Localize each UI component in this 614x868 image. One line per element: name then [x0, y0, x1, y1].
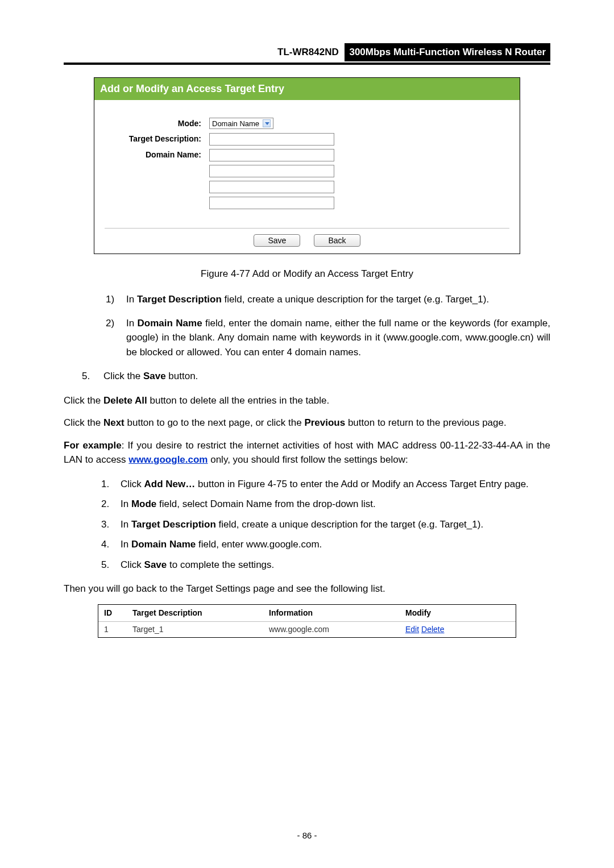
step-bold: Save — [143, 371, 166, 381]
back-button[interactable]: Back — [314, 234, 360, 247]
step-text: In — [126, 294, 137, 305]
example-step-list: 1. Click Add New… button in Figure 4-75 … — [64, 477, 550, 572]
step-text: to complete the settings. — [167, 559, 274, 570]
step-number: 5. — [101, 558, 109, 572]
step-bold: Mode — [131, 499, 156, 509]
para-bold: Next — [103, 417, 125, 428]
domain-name-input-4[interactable] — [209, 197, 334, 209]
panel-title: Add or Modify an Access Target Entry — [94, 78, 520, 100]
target-list-table: ID Target Description Information Modify… — [98, 605, 516, 637]
step-bold: Add New… — [144, 479, 196, 489]
form-table: Mode: Domain Name Target Description: Do… — [105, 116, 509, 214]
button-row: Save Back — [105, 228, 509, 247]
step-text: field, enter www.google.com. — [196, 539, 322, 550]
table-row: 1 Target_1 www.google.com Edit Delete — [98, 621, 516, 637]
router-panel: Add or Modify an Access Target Entry Mod… — [94, 77, 520, 254]
step-text: field, select Domain Name from the drop-… — [156, 499, 376, 509]
step-text: button in Figure 4-75 to enter the Add o… — [195, 479, 529, 489]
example-step-4: 4. In Domain Name field, enter www.googl… — [121, 537, 550, 552]
step-number: 2. — [101, 497, 109, 512]
step-bold: Target Description — [131, 519, 216, 530]
step-number: 1. — [101, 477, 109, 492]
step-text: button. — [166, 371, 198, 381]
col-information: Information — [263, 605, 400, 622]
sub-step-1: 1) In Target Description field, create a… — [126, 292, 550, 307]
step-text: In — [121, 519, 131, 530]
step-text: In — [126, 318, 138, 329]
para-text: button to return to the previous page. — [345, 417, 507, 428]
domain-name-input-1[interactable] — [209, 149, 334, 161]
then-paragraph: Then you will go back to the Target Sett… — [64, 582, 550, 596]
edit-link[interactable]: Edit — [405, 625, 419, 634]
step-text: Click the — [103, 371, 143, 381]
nav-paragraph: Click the Next button to go to the next … — [64, 416, 550, 430]
page-header: TL-WR842ND 300Mbps Multi-Function Wirele… — [64, 43, 550, 65]
header-inner: TL-WR842ND 300Mbps Multi-Function Wirele… — [277, 43, 550, 61]
para-bold: For example — [64, 440, 122, 451]
sub-step-2: 2) In Domain Name field, enter the domai… — [126, 316, 550, 360]
domain-name-input-3[interactable] — [209, 181, 334, 193]
para-text: Click the — [64, 395, 103, 406]
para-bold: Delete All — [103, 395, 147, 406]
delete-link[interactable]: Delete — [421, 625, 444, 634]
step-text: Click — [121, 479, 144, 489]
step-field: Target Description — [137, 294, 222, 305]
step-bold: Domain Name — [131, 539, 196, 550]
example-step-5: 5. Click Save to complete the settings. — [121, 558, 550, 572]
google-link[interactable]: www.google.com — [128, 454, 208, 465]
step-text: field, create a unique description for t… — [216, 519, 483, 530]
step-field: Domain Name — [138, 318, 202, 329]
col-target-description: Target Description — [127, 605, 263, 622]
para-text: button to go to the next page, or click … — [125, 417, 305, 428]
target-description-input[interactable] — [209, 133, 334, 146]
example-step-2: 2. In Mode field, select Domain Name fro… — [121, 497, 550, 512]
example-step-1: 1. Click Add New… button in Figure 4-75 … — [121, 477, 550, 492]
example-step-3: 3. In Target Description field, create a… — [121, 517, 550, 532]
col-modify: Modify — [400, 605, 516, 622]
save-button[interactable]: Save — [254, 234, 300, 247]
cell-id: 1 — [98, 621, 127, 637]
page-container: TL-WR842ND 300Mbps Multi-Function Wirele… — [0, 0, 614, 661]
mode-select-value: Domain Name — [212, 120, 259, 127]
delete-all-paragraph: Click the Delete All button to delete al… — [64, 393, 550, 408]
target-description-label: Target Description: — [105, 131, 207, 147]
mode-label: Mode: — [105, 116, 207, 131]
step-number: 3. — [101, 517, 109, 532]
para-bold: Previous — [304, 417, 345, 428]
step-number: 2) — [106, 316, 114, 331]
step-text: Click — [121, 559, 144, 570]
chevron-down-icon — [263, 119, 271, 127]
step-5: 5. Click the Save button. — [103, 369, 550, 384]
example-paragraph: For example: If you desire to restrict t… — [64, 438, 550, 467]
step-5-list: 5. Click the Save button. — [64, 369, 550, 384]
model-label: TL-WR842ND — [277, 45, 342, 60]
para-text: only, you should first follow the settin… — [208, 454, 408, 465]
domain-name-label: Domain Name: — [105, 147, 207, 214]
step-bold: Save — [144, 559, 167, 570]
sub-step-list: 1) In Target Description field, create a… — [64, 292, 550, 359]
page-number: - 86 - — [0, 829, 614, 842]
cell-modify: Edit Delete — [400, 621, 516, 637]
step-number: 4. — [101, 537, 109, 552]
cell-target-description: Target_1 — [127, 621, 263, 637]
step-number: 1) — [106, 292, 114, 307]
cell-information: www.google.com — [263, 621, 400, 637]
target-list-table-wrap: ID Target Description Information Modify… — [98, 604, 516, 638]
panel-body: Mode: Domain Name Target Description: Do… — [94, 100, 520, 254]
table-header-row: ID Target Description Information Modify — [98, 605, 516, 622]
product-title: 300Mbps Multi-Function Wireless N Router — [345, 43, 550, 61]
step-text: In — [121, 499, 131, 509]
step-number: 5. — [82, 369, 90, 384]
para-text: button to delete all the entries in the … — [147, 395, 329, 406]
figure-caption: Figure 4-77 Add or Modify an Access Targ… — [64, 267, 550, 281]
mode-select[interactable]: Domain Name — [209, 118, 273, 129]
step-text: In — [121, 539, 131, 550]
col-id: ID — [98, 605, 127, 622]
step-text: field, create a unique description for t… — [222, 294, 489, 305]
domain-name-input-2[interactable] — [209, 165, 334, 177]
para-text: Click the — [64, 417, 103, 428]
